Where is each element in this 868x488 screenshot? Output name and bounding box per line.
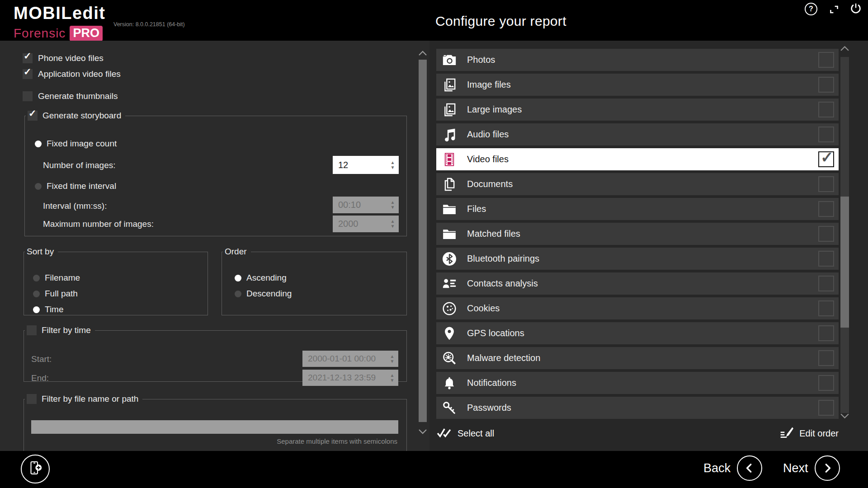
fixed-time-interval-label: Fixed time interval — [47, 181, 116, 191]
next-button[interactable]: Next — [783, 455, 840, 481]
report-item-row[interactable]: Cookies — [436, 297, 839, 319]
report-item-row[interactable]: Passwords — [436, 397, 839, 419]
report-item-checkbox[interactable] — [818, 176, 834, 192]
list-scroll-up-icon[interactable] — [840, 45, 849, 53]
number-of-images-spinner[interactable]: ▲▼ — [387, 156, 399, 174]
left-panel-scrollbar-thumb[interactable] — [419, 60, 427, 422]
back-button[interactable]: Back — [703, 455, 762, 481]
interval-label: Interval (mm:ss): — [43, 201, 107, 211]
report-item-checkbox[interactable] — [818, 276, 834, 291]
report-item-checkbox[interactable] — [818, 375, 834, 391]
sort-fullpath-radio[interactable] — [33, 291, 40, 297]
sort-fullpath-label: Full path — [45, 289, 78, 299]
list-scrollbar-thumb[interactable] — [840, 197, 849, 328]
spin-up-icon[interactable]: ▲ — [391, 160, 395, 165]
filter-start-field[interactable]: ▲▼ — [302, 351, 398, 367]
spin-down-icon[interactable]: ▼ — [391, 165, 395, 170]
logo-forensic: Forensic — [14, 27, 66, 40]
logo-pro-badge: PRO — [70, 26, 103, 41]
bell-icon — [442, 375, 457, 391]
order-descending-option[interactable]: Descending — [235, 289, 292, 299]
select-all-button[interactable]: Select all — [436, 426, 494, 441]
help-icon[interactable]: ? — [805, 3, 817, 15]
report-item-label: Photos — [467, 55, 495, 65]
filter-by-name-input[interactable] — [31, 420, 398, 434]
report-item-row[interactable]: Contacts analysis — [436, 272, 839, 295]
number-of-images-field[interactable]: ▲▼ — [333, 156, 399, 174]
sort-time-radio[interactable] — [33, 306, 40, 313]
application-video-files-checkbox[interactable] — [23, 69, 33, 79]
order-legend: Order — [225, 247, 247, 257]
sort-filename-option[interactable]: Filename — [33, 273, 80, 283]
report-item-checkbox[interactable] — [818, 226, 834, 242]
sort-time-option[interactable]: Time — [33, 305, 64, 314]
left-panel-scroll-up-icon[interactable] — [418, 50, 427, 58]
filter-end-spinner: ▲▼ — [386, 370, 398, 386]
edit-order-button[interactable]: Edit order — [779, 426, 839, 441]
max-images-input[interactable] — [333, 216, 387, 232]
spin-down-icon: ▼ — [391, 205, 395, 210]
report-item-checkbox[interactable] — [818, 127, 834, 142]
generate-thumbnails-label: Generate thumbnails — [38, 91, 118, 101]
report-item-checkbox[interactable] — [818, 102, 834, 117]
list-scroll-down-icon[interactable] — [840, 413, 849, 421]
report-item-row[interactable]: Notifications — [436, 372, 839, 394]
generate-storyboard-checkbox[interactable] — [28, 111, 38, 121]
report-item-checkbox[interactable] — [818, 52, 834, 68]
left-panel-scroll-down-icon[interactable] — [418, 428, 427, 436]
filter-start-input[interactable] — [302, 351, 386, 367]
report-item-row[interactable]: Image files — [436, 74, 839, 96]
power-icon[interactable] — [849, 2, 863, 17]
report-item-row[interactable]: Photos — [436, 49, 839, 71]
report-item-row[interactable]: Documents — [436, 173, 839, 195]
interval-input[interactable] — [333, 197, 387, 213]
report-item-checkbox[interactable] — [818, 325, 834, 341]
sort-filename-radio[interactable] — [33, 275, 40, 282]
report-item-row[interactable]: GPS locations — [436, 322, 839, 344]
fixed-time-interval-radio[interactable] — [35, 183, 42, 190]
order-descending-radio[interactable] — [235, 291, 241, 297]
chevron-right-icon — [815, 455, 840, 481]
report-item-row[interactable]: Video files — [436, 148, 839, 170]
report-item-checkbox[interactable] — [818, 300, 834, 316]
folder-icon — [442, 226, 457, 242]
interval-field[interactable]: ▲▼ — [333, 197, 399, 213]
report-item-row[interactable]: Files — [436, 198, 839, 220]
add-phone-button[interactable] — [21, 455, 50, 483]
spin-up-icon: ▲ — [390, 354, 395, 359]
checkbox-row-application-video-files[interactable]: Application video files — [23, 69, 121, 79]
report-item-label: Documents — [467, 179, 513, 189]
report-item-checkbox[interactable] — [818, 350, 834, 366]
filter-by-name-checkbox[interactable] — [27, 394, 37, 404]
phone-video-files-checkbox[interactable] — [23, 53, 33, 63]
filter-end-field[interactable]: ▲▼ — [302, 370, 398, 386]
report-item-row[interactable]: Audio files — [436, 123, 839, 145]
back-label: Back — [703, 461, 731, 475]
max-images-field[interactable]: ▲▼ — [333, 216, 399, 232]
checkbox-row-phone-video-files[interactable]: Phone video files — [23, 53, 104, 63]
report-item-checkbox[interactable] — [818, 77, 834, 93]
order-descending-label: Descending — [246, 289, 292, 299]
report-item-row[interactable]: Matched files — [436, 223, 839, 245]
resize-icon[interactable] — [828, 4, 840, 17]
report-item-checkbox[interactable] — [818, 400, 834, 416]
filter-end-input[interactable] — [302, 370, 386, 386]
edit-order-label: Edit order — [799, 428, 839, 439]
order-ascending-radio[interactable] — [235, 275, 241, 282]
report-item-checkbox[interactable] — [818, 251, 834, 267]
fixed-image-count-radio[interactable] — [35, 141, 42, 147]
report-item-row[interactable]: Bluetooth pairings — [436, 248, 839, 270]
fixed-time-interval-option[interactable]: Fixed time interval — [35, 181, 116, 191]
order-ascending-option[interactable]: Ascending — [235, 273, 287, 283]
sort-by-group: Sort by Filename Full path Time — [24, 247, 208, 315]
filter-by-time-checkbox[interactable] — [27, 325, 37, 335]
report-item-checkbox[interactable] — [818, 151, 834, 167]
report-item-row[interactable]: Large images — [436, 99, 839, 121]
number-of-images-input[interactable] — [333, 156, 387, 174]
checkbox-row-generate-thumbnails[interactable]: Generate thumbnails — [23, 91, 118, 101]
fixed-image-count-option[interactable]: Fixed image count — [35, 139, 117, 149]
sort-fullpath-option[interactable]: Full path — [33, 289, 78, 299]
report-item-checkbox[interactable] — [818, 201, 834, 217]
report-item-row[interactable]: Malware detection — [436, 347, 839, 369]
generate-thumbnails-checkbox[interactable] — [23, 91, 33, 101]
